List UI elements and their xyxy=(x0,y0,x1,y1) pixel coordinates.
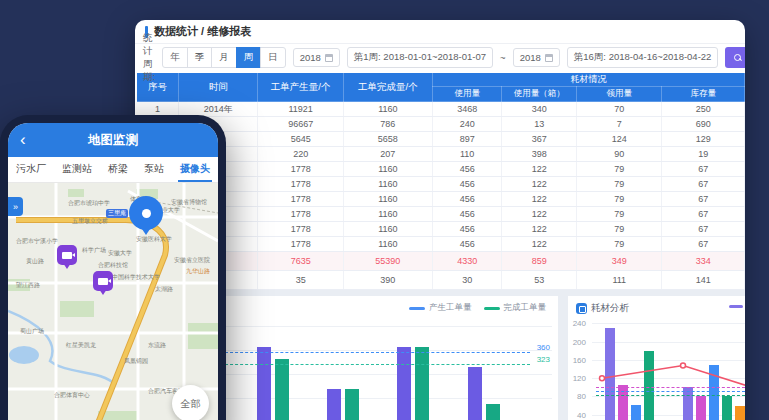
phone-tabs: 污水厂监测站桥梁泵站摄像头 xyxy=(8,157,218,183)
reference-line-label: 360 xyxy=(537,343,550,352)
table-cell: 859 xyxy=(502,252,577,271)
table-cell: 122 xyxy=(502,192,577,207)
table-cell: 122 xyxy=(502,177,577,192)
map-label: 九华山路 xyxy=(186,267,210,276)
period-option-月[interactable]: 月 xyxy=(211,47,237,68)
table-cell: 3468 xyxy=(432,102,502,117)
table-cell: 79 xyxy=(577,237,662,252)
table-cell: 1160 xyxy=(343,162,432,177)
table-cell: 1160 xyxy=(343,222,432,237)
table-cell: 1778 xyxy=(258,177,343,192)
table-cell: 79 xyxy=(577,177,662,192)
reference-line xyxy=(596,391,745,392)
period-option-季[interactable]: 季 xyxy=(187,47,213,68)
search-icon xyxy=(734,54,741,61)
legend-item: 完成工单量 xyxy=(484,302,547,314)
selected-map-pin[interactable] xyxy=(129,196,163,230)
table-cell: 240 xyxy=(432,117,502,132)
table-cell: 67 xyxy=(662,177,745,192)
year-start-select[interactable]: 2018 xyxy=(293,48,340,67)
table-cell: 786 xyxy=(343,117,432,132)
col-header-created: 工单产生量/个 xyxy=(258,73,343,102)
breadcrumb: 数据统计 / 维修报表 xyxy=(135,20,745,44)
map-label: 望江西路 xyxy=(16,281,40,290)
map-view[interactable]: 合肥市琥珀中学体育馆安徽农业大学安徽省博物馆五里墩立交桥合肥市宁溪小学安徽医科大… xyxy=(8,183,218,420)
road-name-badge: 三里庵 xyxy=(106,209,128,218)
phone-tab-污水厂[interactable]: 污水厂 xyxy=(14,157,48,182)
calendar-icon xyxy=(545,54,553,62)
table-cell: 340 xyxy=(502,102,577,117)
table-cell: 456 xyxy=(432,162,502,177)
row-total: 合计7635553904330859349334 xyxy=(137,252,745,271)
camera-icon xyxy=(98,278,108,285)
table-cell: 141 xyxy=(662,271,745,290)
table-cell: 1778 xyxy=(258,162,343,177)
dashboard-window: 数据统计 / 维修报表 统计周期: 年季月周日 2018 第1周: 2018-0… xyxy=(135,20,745,420)
expand-panel-chip[interactable]: » xyxy=(8,197,23,216)
map-label: 中国科学技术大学 xyxy=(112,273,160,282)
map-label: 五里墩立交桥 xyxy=(72,217,108,226)
query-button[interactable]: 查询 xyxy=(725,47,745,68)
period-option-周[interactable]: 周 xyxy=(236,47,262,68)
chart-bar xyxy=(275,359,289,420)
col-group-header: 耗材情况 xyxy=(432,73,744,87)
chart-bar xyxy=(415,347,429,420)
legend-swatch xyxy=(484,307,500,310)
table-cell: 53 xyxy=(502,271,577,290)
table-cell: 398 xyxy=(502,147,577,162)
table-row: 96667786240137690 xyxy=(137,117,745,132)
table-cell: 5658 xyxy=(343,132,432,147)
legend-swatch xyxy=(409,307,425,310)
show-all-button[interactable]: 全部 xyxy=(172,385,209,420)
period-option-年[interactable]: 年 xyxy=(162,47,188,68)
camera-marker[interactable] xyxy=(93,271,113,291)
map-label: 合肥市宁溪小学 xyxy=(16,237,58,246)
chart-bar xyxy=(397,347,411,420)
chart-icon xyxy=(576,303,587,314)
table-cell: 5645 xyxy=(258,132,343,147)
map-label: 科学广场 xyxy=(82,246,106,255)
report-table: 序号时间工单产生量/个工单完成量/个耗材情况使用量使用量（箱）领用量库存量 12… xyxy=(137,73,745,290)
chart-bar xyxy=(327,389,341,420)
legend-label: 完成工单量 xyxy=(504,302,547,314)
week-start-input[interactable]: 第1周: 2018-01-01~2018-01-07 xyxy=(347,47,493,68)
table-cell: 456 xyxy=(432,222,502,237)
year-end-select[interactable]: 2018 xyxy=(513,48,560,67)
table-cell: 456 xyxy=(432,207,502,222)
chart-bar xyxy=(644,351,654,420)
phone-header: ‹ 地图监测 xyxy=(8,123,218,157)
phone-tab-桥梁[interactable]: 桥梁 xyxy=(106,157,130,182)
table-cell: 207 xyxy=(343,147,432,162)
table-cell: 456 xyxy=(432,237,502,252)
table-cell: 1778 xyxy=(258,222,343,237)
col-header-completed: 工单完成量/个 xyxy=(343,73,432,102)
table-cell: 79 xyxy=(577,192,662,207)
week-end-input[interactable]: 第16周: 2018-04-16~2018-04-22 xyxy=(567,47,719,68)
chart-bar xyxy=(257,347,271,420)
filter-toolbar: 统计周期: 年季月周日 2018 第1周: 2018-01-01~2018-01… xyxy=(135,44,745,71)
map-label: 安徽大学 xyxy=(108,249,132,258)
consumable-chart-card: 耗材分析 2402001601208040 xyxy=(568,296,745,420)
y-axis-tick: 120 xyxy=(570,374,586,383)
phone-tab-摄像头[interactable]: 摄像头 xyxy=(178,157,212,182)
period-option-日[interactable]: 日 xyxy=(260,47,286,68)
table-cell: 897 xyxy=(432,132,502,147)
table-cell: 250 xyxy=(662,102,745,117)
breadcrumb-text: 数据统计 / 维修报表 xyxy=(154,24,251,39)
y-axis-tick: 200 xyxy=(570,338,586,347)
pin-dot xyxy=(142,209,151,218)
phone-tab-泵站[interactable]: 泵站 xyxy=(142,157,166,182)
table-row: 12014年119211160346834070250 xyxy=(137,102,745,117)
report-table-header: 序号时间工单产生量/个工单完成量/个耗材情况使用量使用量（箱）领用量库存量 xyxy=(137,73,745,102)
camera-icon xyxy=(62,252,72,259)
map-label: 合肥科技馆 xyxy=(98,261,128,270)
table-cell: 19 xyxy=(662,147,745,162)
back-chevron-icon[interactable]: ‹ xyxy=(20,133,26,147)
chart-bar xyxy=(696,396,706,420)
table-cell: 67 xyxy=(662,237,745,252)
table-cell: 7 xyxy=(577,117,662,132)
phone-tab-监测站[interactable]: 监测站 xyxy=(60,157,94,182)
chart-bar xyxy=(683,387,693,420)
table-cell: 690 xyxy=(662,117,745,132)
camera-marker[interactable] xyxy=(57,245,77,265)
